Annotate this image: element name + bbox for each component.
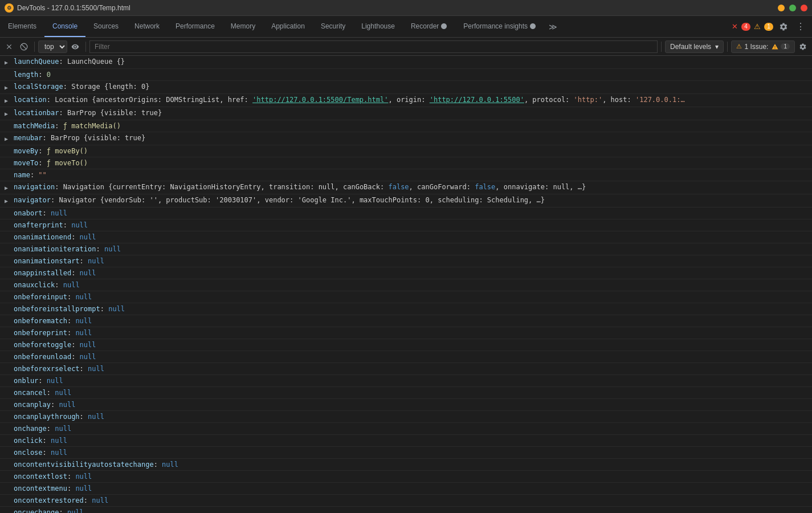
expand-arrow[interactable]: ▶ (5, 134, 11, 144)
more-options-button[interactable]: ⋮ (794, 20, 807, 34)
console-line: moveBy: ƒ moveBy() (0, 145, 812, 157)
expand-arrow[interactable]: ▶ (5, 183, 11, 193)
line-content: localStorage: Storage {length: 0} (14, 82, 812, 92)
line-content: oncanplay: null (14, 400, 812, 410)
line-content: navigator: Navigator {vendorSub: '', pro… (14, 195, 812, 205)
issues-count: 1 (781, 43, 790, 50)
tab-network[interactable]: Network (127, 16, 168, 37)
console-line: matchMedia: ƒ matchMedia() (0, 120, 812, 132)
console-line: onbeforeunload: null (0, 351, 812, 363)
line-content: oncontextlost: null (14, 471, 812, 482)
minimize-button[interactable] (778, 5, 785, 11)
filter-input[interactable] (89, 40, 658, 53)
tab-performance[interactable]: Performance (168, 16, 223, 37)
tab-lighthouse[interactable]: Lighthouse (353, 16, 403, 37)
warning-badge[interactable]: ⚠ 1 (754, 22, 773, 31)
tab-application[interactable]: Application (263, 16, 313, 37)
console-line: ▶locationbar: BarProp {visible: true} (0, 107, 812, 120)
console-line: onbeforematch: null (0, 315, 812, 327)
console-line: onbeforexrselect: null (0, 363, 812, 375)
line-content: onabort: null (14, 208, 812, 218)
line-content: onafterprint: null (14, 220, 812, 230)
tab-security-label: Security (321, 22, 345, 30)
console-line: ▶location: Location {ancestorOrigins: DO… (0, 94, 812, 107)
console-line: onanimationend: null (0, 231, 812, 243)
line-content: onanimationiteration: null (14, 244, 812, 254)
tab-performance-insights[interactable]: Performance insights (455, 16, 544, 37)
svg-line-1 (22, 44, 26, 48)
levels-chevron: ▾ (715, 43, 719, 51)
line-content: moveTo: ƒ moveTo() (14, 158, 812, 168)
tab-sources[interactable]: Sources (85, 16, 127, 37)
console-gear-icon (799, 43, 807, 51)
expand-arrow[interactable]: ▶ (5, 96, 11, 106)
window-controls (778, 5, 807, 11)
line-content: launchQueue: LaunchQueue {} (14, 56, 812, 67)
console-settings-button[interactable] (796, 40, 810, 54)
line-content: length: 0 (14, 70, 812, 80)
tab-network-label: Network (134, 22, 160, 30)
levels-button[interactable]: Default levels ▾ (665, 40, 724, 53)
tab-memory[interactable]: Memory (223, 16, 263, 37)
close-button[interactable] (801, 5, 807, 11)
line-content: location: Location {ancestorOrigins: DOM… (14, 95, 812, 105)
devtools-icon: ⚙ (5, 3, 14, 13)
console-line: onafterprint: null (0, 219, 812, 231)
line-content: onbeforeinput: null (14, 292, 812, 302)
console-line: onappinstalled: null (0, 267, 812, 279)
console-line: ▶navigator: Navigator {vendorSub: '', pr… (0, 194, 812, 207)
line-content: onbeforexrselect: null (14, 364, 812, 374)
tab-recorder[interactable]: Recorder (403, 16, 455, 37)
expand-arrow[interactable]: ▶ (5, 83, 11, 93)
line-content: onbeforetoggle: null (14, 340, 812, 350)
maximize-button[interactable] (789, 5, 796, 11)
tab-performance-insights-label: Performance insights (463, 22, 528, 30)
tab-elements-label: Elements (8, 22, 36, 30)
line-content: oncanplaythrough: null (14, 412, 812, 422)
tab-console[interactable]: Console (44, 16, 85, 37)
line-content: onblur: null (14, 376, 812, 386)
visibility-button[interactable] (68, 40, 82, 54)
recorder-icon (440, 23, 447, 30)
tab-security[interactable]: Security (313, 16, 353, 37)
line-content: onanimationend: null (14, 232, 812, 242)
console-line: length: 0 (0, 69, 812, 81)
line-content: oncuechange: null (14, 507, 812, 513)
clear-icon (5, 43, 13, 51)
console-line: oncanplaythrough: null (0, 411, 812, 423)
console-line: ▶localStorage: Storage {length: 0} (0, 81, 812, 94)
console-line: onauxclick: null (0, 279, 812, 291)
tab-action-icons: ✕ 4 ⚠ 1 ⋮ (727, 16, 812, 37)
line-content: navigation: Navigation {currentEntry: Na… (14, 182, 812, 192)
more-tabs-button[interactable]: ≫ (544, 16, 562, 37)
block-button[interactable] (17, 40, 31, 54)
error-badge[interactable]: ✕ 4 (732, 22, 750, 31)
expand-arrow[interactable]: ▶ (5, 58, 11, 68)
line-content: onbeforeinstallprompt: null (14, 304, 812, 314)
console-line: onabort: null (0, 207, 812, 219)
settings-button[interactable] (777, 20, 790, 34)
issues-badge[interactable]: ⚠ 1 Issue: 1 (731, 40, 795, 53)
tab-application-label: Application (271, 22, 305, 30)
line-content: name: "" (14, 170, 812, 180)
console-line: onblur: null (0, 375, 812, 387)
line-content: locationbar: BarProp {visible: true} (14, 108, 812, 118)
tab-elements[interactable]: Elements (0, 16, 44, 37)
console-line: oncuechange: null (0, 507, 812, 513)
tab-recorder-label: Recorder (411, 22, 439, 30)
context-selector[interactable]: top (38, 40, 67, 53)
line-content: onclose: null (14, 447, 812, 458)
console-line: oncanplay: null (0, 399, 812, 411)
line-content: onbeforematch: null (14, 316, 812, 326)
toolbar-divider-3 (661, 42, 662, 52)
more-tabs-icon: ≫ (549, 22, 557, 31)
console-line: onbeforeinstallprompt: null (0, 303, 812, 315)
tab-sources-label: Sources (93, 22, 119, 30)
expand-arrow[interactable]: ▶ (5, 109, 11, 119)
performance-insights-icon (529, 23, 536, 30)
expand-arrow[interactable]: ▶ (5, 196, 11, 206)
console-line: ▶menubar: BarProp {visible: true} (0, 132, 812, 145)
clear-console-button[interactable] (2, 40, 16, 54)
tab-bar: Elements Console Sources Network Perform… (0, 16, 812, 38)
line-content: onchange: null (14, 424, 812, 434)
